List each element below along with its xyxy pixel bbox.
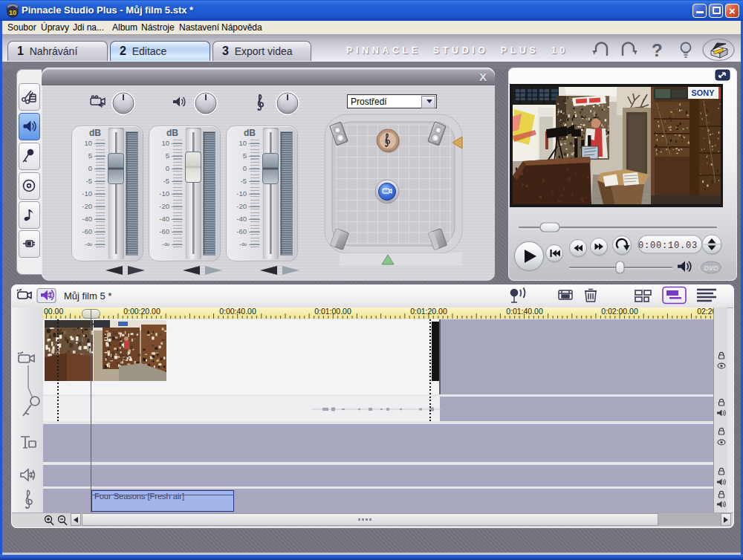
svg-text:0:01:00.00: 0:01:00.00	[314, 307, 351, 316]
svg-text:0:01:20.00: 0:01:20.00	[410, 307, 447, 316]
svg-text:0:02:00.00: 0:02:00.00	[601, 307, 638, 316]
svg-text:0:00:20.00: 0:00:20.00	[123, 307, 160, 316]
svg-text:0:00:40.00: 0:00:40.00	[219, 307, 256, 316]
svg-text:SONY: SONY	[691, 88, 715, 97]
svg-text:0:01:40.00: 0:01:40.00	[506, 307, 543, 316]
svg-text:00.00: 00.00	[44, 307, 63, 316]
svg-text:DVD: DVD	[704, 264, 718, 272]
svg-text:0:00:10.03: 0:00:10.03	[638, 241, 698, 251]
